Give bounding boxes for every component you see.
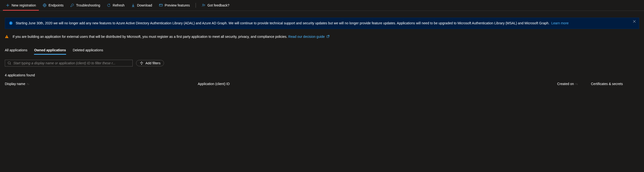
wrench-icon bbox=[70, 3, 74, 7]
info-icon bbox=[9, 21, 13, 26]
col-display-name[interactable]: Display name ↑↓ bbox=[5, 82, 198, 86]
info-banner-message: Starting June 30th, 2020 we will no long… bbox=[16, 21, 550, 25]
svg-point-10 bbox=[202, 4, 204, 5]
warning-text: If you are building an application for e… bbox=[12, 35, 287, 38]
command-bar: New registration Endpoints Troubleshooti… bbox=[0, 0, 644, 11]
sort-icon: ↑↓ bbox=[27, 82, 30, 85]
download-icon bbox=[131, 3, 135, 7]
sort-icon: ↑↓ bbox=[575, 82, 578, 85]
refresh-icon bbox=[107, 3, 111, 7]
close-icon[interactable] bbox=[633, 20, 636, 24]
svg-line-20 bbox=[328, 35, 329, 37]
preview-features-label: Preview features bbox=[165, 3, 190, 7]
decision-guide-link[interactable]: Read our decision guide bbox=[288, 35, 330, 38]
svg-rect-12 bbox=[10, 23, 11, 24]
svg-line-22 bbox=[10, 64, 11, 65]
search-box[interactable] bbox=[5, 60, 133, 66]
tab-owned-applications[interactable]: Owned applications bbox=[34, 46, 66, 55]
table-header: Display name ↑↓ Application (client) ID … bbox=[5, 80, 639, 88]
globe-icon bbox=[43, 3, 46, 7]
col-app-id-label: Application (client) ID bbox=[198, 82, 230, 86]
svg-point-18 bbox=[6, 37, 7, 38]
tab-deleted-applications[interactable]: Deleted applications bbox=[73, 46, 103, 55]
tab-all-applications[interactable]: All applications bbox=[5, 46, 27, 55]
troubleshooting-button[interactable]: Troubleshooting bbox=[67, 2, 103, 9]
decision-guide-label: Read our decision guide bbox=[288, 35, 325, 38]
results-count: 4 applications found bbox=[5, 73, 639, 77]
svg-point-13 bbox=[10, 22, 11, 23]
refresh-button[interactable]: Refresh bbox=[104, 2, 127, 9]
info-banner-text: Starting June 30th, 2020 we will no long… bbox=[16, 21, 635, 26]
toolbar-divider bbox=[196, 3, 196, 8]
svg-rect-17 bbox=[6, 36, 7, 37]
plus-icon bbox=[6, 3, 10, 7]
col-display-name-label: Display name bbox=[5, 82, 25, 86]
content-area: Starting June 30th, 2020 we will no long… bbox=[0, 11, 644, 92]
info-banner: Starting June 30th, 2020 we will no long… bbox=[5, 17, 639, 29]
search-input[interactable] bbox=[13, 61, 130, 65]
svg-point-9 bbox=[160, 4, 160, 4]
got-feedback-label: Got feedback? bbox=[208, 3, 230, 7]
preview-icon bbox=[159, 3, 163, 7]
warning-line: If you are building an application for e… bbox=[5, 35, 639, 38]
warning-icon bbox=[5, 35, 9, 38]
new-registration-label: New registration bbox=[12, 3, 36, 7]
got-feedback-button[interactable]: Got feedback? bbox=[199, 2, 232, 9]
troubleshooting-label: Troubleshooting bbox=[76, 3, 100, 7]
col-certs[interactable]: Certificates & secrets bbox=[591, 82, 639, 86]
add-filters-button[interactable]: Add filters bbox=[136, 60, 164, 66]
filter-row: Add filters bbox=[5, 60, 639, 66]
col-certs-label: Certificates & secrets bbox=[591, 82, 623, 86]
col-app-id[interactable]: Application (client) ID bbox=[198, 82, 294, 86]
external-link-icon bbox=[326, 35, 330, 38]
preview-features-button[interactable]: Preview features bbox=[156, 2, 193, 9]
tabs: All applications Owned applications Dele… bbox=[5, 46, 639, 55]
warning-text-wrap: If you are building an application for e… bbox=[12, 35, 330, 38]
refresh-label: Refresh bbox=[113, 3, 124, 7]
col-created-on-label: Created on bbox=[557, 82, 574, 86]
col-created-on[interactable]: Created on ↑↓ bbox=[557, 82, 591, 86]
search-icon bbox=[8, 61, 11, 65]
endpoints-label: Endpoints bbox=[48, 3, 64, 7]
svg-marker-25 bbox=[140, 63, 143, 65]
endpoints-button[interactable]: Endpoints bbox=[40, 2, 66, 9]
new-registration-button[interactable]: New registration bbox=[3, 2, 39, 9]
filter-icon bbox=[140, 61, 144, 65]
feedback-icon bbox=[202, 3, 206, 7]
svg-point-21 bbox=[8, 62, 10, 64]
add-filters-label: Add filters bbox=[146, 61, 160, 65]
learn-more-link[interactable]: Learn more bbox=[552, 21, 569, 25]
download-button[interactable]: Download bbox=[128, 2, 155, 9]
download-label: Download bbox=[137, 3, 152, 7]
